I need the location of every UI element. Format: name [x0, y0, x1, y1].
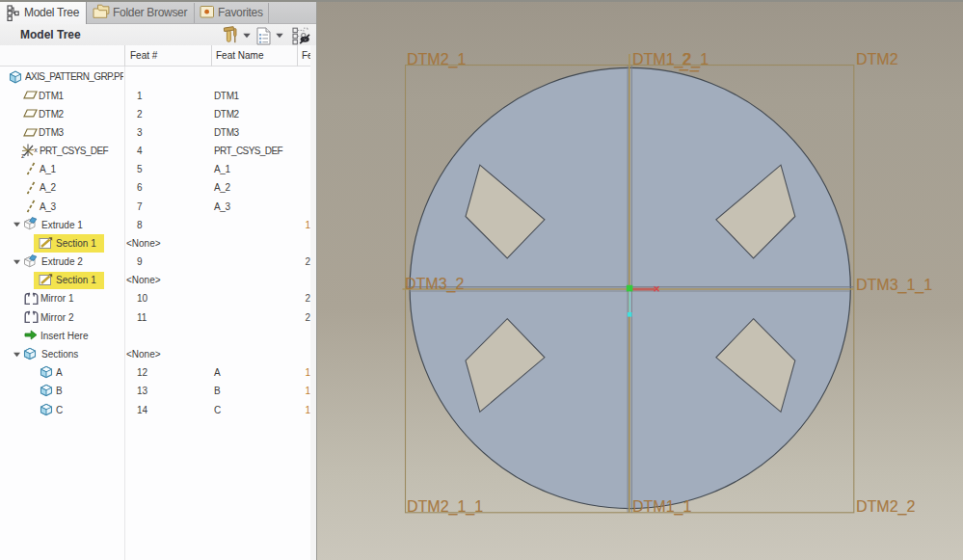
svg-text:DTM2_2: DTM2_2 — [856, 498, 915, 516]
svg-text:DTM3_2: DTM3_2 — [405, 276, 464, 293]
svg-text:DTM1_1: DTM1_1 — [632, 498, 691, 516]
svg-text:x: x — [34, 146, 38, 152]
svg-text:DTM3_1_1: DTM3_1_1 — [856, 277, 932, 294]
svg-text:DTM2: DTM2 — [856, 51, 898, 67]
svg-text:DTM2_1: DTM2_1 — [407, 51, 466, 68]
svg-text:DTM2_1_1: DTM2_1_1 — [407, 498, 483, 516]
svg-text:_: _ — [689, 55, 700, 72]
svg-text:z: z — [21, 151, 25, 158]
svg-text:_: _ — [679, 54, 689, 71]
